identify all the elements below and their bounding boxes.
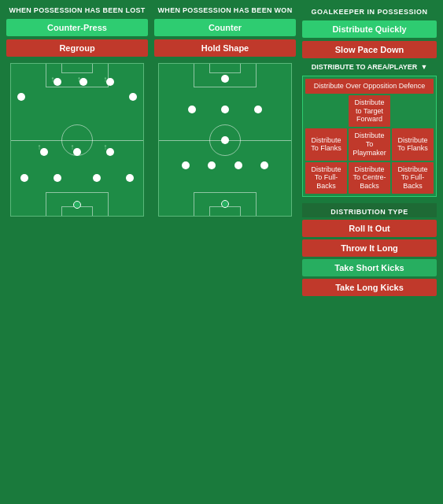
dist-fullbacks-right[interactable]: Distribute To Full-Backs <box>392 162 434 194</box>
player <box>221 136 229 144</box>
regroup-button[interactable]: Regroup <box>6 39 148 57</box>
arrow-indicator: ↑ <box>104 143 108 151</box>
goalkeeper-player <box>73 201 81 209</box>
roll-it-out-button[interactable]: Roll It Out <box>302 220 437 237</box>
counter-button[interactable]: Counter <box>154 19 296 36</box>
player <box>221 106 229 113</box>
throw-it-long-button[interactable]: Throw It Long <box>302 239 437 257</box>
arrow-indicator: ↑ <box>71 143 75 151</box>
player <box>17 93 25 101</box>
dist-centrebacks[interactable]: Distribute To Centre-Backs <box>349 162 390 194</box>
dist-playmaker[interactable]: Distribute To Playmaker <box>349 128 390 160</box>
chevron-down-icon: ▼ <box>420 63 427 71</box>
take-short-kicks-button[interactable]: Take Short Kicks <box>302 259 437 276</box>
arrow-indicator: ↑ <box>50 75 54 83</box>
possession-lost-panel: WHEN POSSESSION HAS BEEN LOST Counter-Pr… <box>6 6 148 498</box>
player <box>54 174 61 182</box>
distribution-type-section: DISTRIBUTION TYPE Roll It Out Throw It L… <box>302 203 437 296</box>
player <box>188 106 196 113</box>
arrow-indicator: ↑ <box>104 75 108 83</box>
distribution-type-title: DISTRIBUTION TYPE <box>330 208 408 216</box>
distribute-quickly-button[interactable]: Distribute Quickly <box>302 20 437 38</box>
player <box>221 75 229 83</box>
goalkeeper-panel: GOALKEEPER IN POSSESSION Distribute Quic… <box>302 6 437 498</box>
possession-lost-title: WHEN POSSESSION HAS BEEN LOST <box>9 6 145 14</box>
distribute-area-header: DISTRIBUTE TO AREA/PLAYER ▼ <box>302 61 437 72</box>
arrow-indicator: ↑ <box>77 75 81 83</box>
slow-pace-button[interactable]: Slow Pace Down <box>302 41 437 58</box>
dist-target-forward[interactable]: Distribute to Target Forward <box>349 95 390 127</box>
player <box>20 174 28 182</box>
possession-won-title: WHEN POSSESSION HAS BEEN WON <box>158 6 293 14</box>
dist-flanks-left[interactable]: Distribute To Flanks <box>305 128 347 160</box>
goalkeeper-title: GOALKEEPER IN POSSESSION <box>302 6 437 17</box>
dist-opposition-defence[interactable]: Distribute Over Opposition Defence <box>305 79 434 94</box>
player <box>208 161 216 169</box>
distribute-area-title: DISTRIBUTE TO AREA/PLAYER <box>312 63 418 71</box>
dist-flanks-right[interactable]: Distribute To Flanks <box>392 128 434 160</box>
counter-press-button[interactable]: Counter-Press <box>6 19 148 36</box>
dist-fullbacks-left[interactable]: Distribute To Full-Backs <box>305 162 347 194</box>
player <box>260 161 268 169</box>
player <box>129 93 137 101</box>
hold-shape-button[interactable]: Hold Shape <box>154 39 296 57</box>
possession-won-pitch <box>158 63 292 217</box>
player <box>234 161 242 169</box>
player <box>254 106 262 113</box>
player <box>93 174 101 182</box>
player <box>126 174 134 182</box>
take-long-kicks-button[interactable]: Take Long Kicks <box>302 279 437 296</box>
arrow-indicator: ↑ <box>38 143 42 151</box>
possession-won-panel: WHEN POSSESSION HAS BEEN WON Counter Hol… <box>154 6 296 498</box>
goalkeeper-player <box>221 200 229 208</box>
player <box>182 161 190 169</box>
possession-lost-pitch: ↑ ↑ ↑ ↑ ↑ ↑ <box>10 63 144 217</box>
